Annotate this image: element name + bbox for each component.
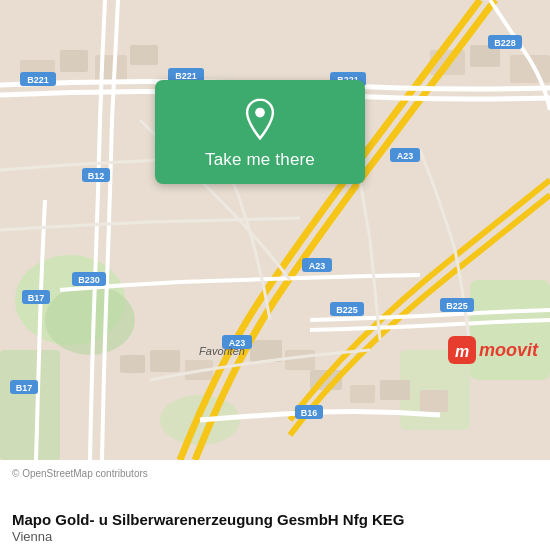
svg-text:Favoriten: Favoriten [199,345,245,357]
svg-text:B230: B230 [78,275,100,285]
svg-text:m: m [455,343,469,360]
svg-rect-3 [470,280,550,380]
svg-rect-20 [120,355,145,373]
svg-text:B228: B228 [494,38,516,48]
moovit-logo-text: moovit [479,340,538,361]
svg-point-52 [255,108,265,118]
svg-rect-18 [150,350,180,372]
svg-rect-8 [60,50,88,72]
svg-rect-15 [420,390,448,412]
svg-text:B17: B17 [28,293,45,303]
svg-text:B12: B12 [88,171,105,181]
moovit-logo: m moovit [448,336,538,364]
svg-rect-22 [285,350,315,370]
svg-rect-10 [130,45,158,65]
location-card: Take me there [155,80,365,184]
take-me-there-button[interactable]: Take me there [205,150,315,170]
map-container: B221 B221 B221 B12 B17 B17 A23 A23 A23 B… [0,0,550,460]
map-svg: B221 B221 B221 B12 B17 B17 A23 A23 A23 B… [0,0,550,460]
svg-point-2 [45,285,135,355]
svg-text:B221: B221 [27,75,49,85]
place-info: Mapo Gold- u Silberwarenerzeugung GesmbH… [12,510,538,545]
svg-text:B17: B17 [16,383,33,393]
app: B221 B221 B221 B12 B17 B17 A23 A23 A23 B… [0,0,550,550]
place-city: Vienna [12,529,538,544]
moovit-logo-icon: m [448,336,476,364]
svg-text:B225: B225 [446,301,468,311]
location-pin-icon [239,98,281,140]
place-name: Mapo Gold- u Silberwarenerzeugung GesmbH… [12,510,538,530]
svg-text:B16: B16 [301,408,318,418]
svg-text:A23: A23 [397,151,414,161]
info-bar: © OpenStreetMap contributors Mapo Gold- … [0,460,550,550]
svg-text:B225: B225 [336,305,358,315]
svg-rect-5 [0,350,60,460]
svg-rect-17 [350,385,375,403]
svg-rect-14 [380,380,410,400]
svg-text:A23: A23 [309,261,326,271]
map-attribution: © OpenStreetMap contributors [12,468,538,479]
